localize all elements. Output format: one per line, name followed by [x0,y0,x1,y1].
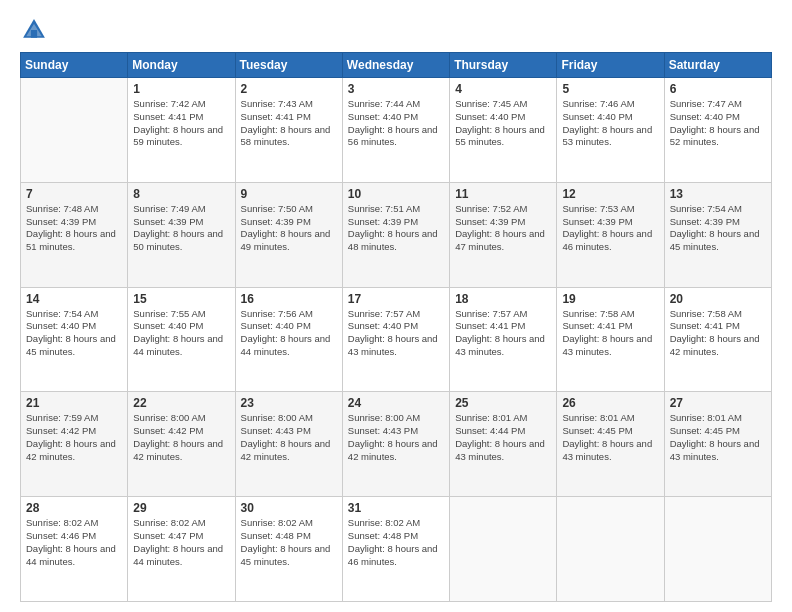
calendar-cell-4-4: 24Sunrise: 8:00 AMSunset: 4:43 PMDayligh… [342,392,449,497]
weekday-header-row: SundayMondayTuesdayWednesdayThursdayFrid… [21,53,772,78]
day-info: Sunrise: 7:54 AMSunset: 4:40 PMDaylight:… [26,308,122,359]
calendar-cell-3-3: 16Sunrise: 7:56 AMSunset: 4:40 PMDayligh… [235,287,342,392]
day-info: Sunrise: 7:43 AMSunset: 4:41 PMDaylight:… [241,98,337,149]
calendar-cell-2-1: 7Sunrise: 7:48 AMSunset: 4:39 PMDaylight… [21,182,128,287]
day-number: 8 [133,187,229,201]
calendar-cell-2-3: 9Sunrise: 7:50 AMSunset: 4:39 PMDaylight… [235,182,342,287]
calendar-cell-5-2: 29Sunrise: 8:02 AMSunset: 4:47 PMDayligh… [128,497,235,602]
day-info: Sunrise: 8:02 AMSunset: 4:48 PMDaylight:… [348,517,444,568]
day-info: Sunrise: 7:52 AMSunset: 4:39 PMDaylight:… [455,203,551,254]
calendar-cell-2-5: 11Sunrise: 7:52 AMSunset: 4:39 PMDayligh… [450,182,557,287]
calendar-cell-5-7 [664,497,771,602]
day-number: 17 [348,292,444,306]
calendar-table: SundayMondayTuesdayWednesdayThursdayFrid… [20,52,772,602]
calendar-cell-1-4: 3Sunrise: 7:44 AMSunset: 4:40 PMDaylight… [342,78,449,183]
day-number: 19 [562,292,658,306]
day-info: Sunrise: 7:48 AMSunset: 4:39 PMDaylight:… [26,203,122,254]
day-info: Sunrise: 7:50 AMSunset: 4:39 PMDaylight:… [241,203,337,254]
weekday-header-monday: Monday [128,53,235,78]
day-number: 24 [348,396,444,410]
calendar-cell-2-6: 12Sunrise: 7:53 AMSunset: 4:39 PMDayligh… [557,182,664,287]
calendar-cell-2-4: 10Sunrise: 7:51 AMSunset: 4:39 PMDayligh… [342,182,449,287]
day-info: Sunrise: 7:47 AMSunset: 4:40 PMDaylight:… [670,98,766,149]
calendar-week-5: 28Sunrise: 8:02 AMSunset: 4:46 PMDayligh… [21,497,772,602]
calendar-cell-3-7: 20Sunrise: 7:58 AMSunset: 4:41 PMDayligh… [664,287,771,392]
day-info: Sunrise: 8:01 AMSunset: 4:44 PMDaylight:… [455,412,551,463]
day-info: Sunrise: 8:01 AMSunset: 4:45 PMDaylight:… [670,412,766,463]
day-info: Sunrise: 8:00 AMSunset: 4:43 PMDaylight:… [241,412,337,463]
calendar-cell-4-3: 23Sunrise: 8:00 AMSunset: 4:43 PMDayligh… [235,392,342,497]
weekday-header-thursday: Thursday [450,53,557,78]
calendar-week-4: 21Sunrise: 7:59 AMSunset: 4:42 PMDayligh… [21,392,772,497]
calendar-cell-5-1: 28Sunrise: 8:02 AMSunset: 4:46 PMDayligh… [21,497,128,602]
day-number: 30 [241,501,337,515]
calendar-cell-1-3: 2Sunrise: 7:43 AMSunset: 4:41 PMDaylight… [235,78,342,183]
day-number: 23 [241,396,337,410]
calendar-cell-4-1: 21Sunrise: 7:59 AMSunset: 4:42 PMDayligh… [21,392,128,497]
day-number: 3 [348,82,444,96]
calendar-cell-1-5: 4Sunrise: 7:45 AMSunset: 4:40 PMDaylight… [450,78,557,183]
day-number: 26 [562,396,658,410]
day-number: 31 [348,501,444,515]
logo-icon [20,16,48,44]
weekday-header-sunday: Sunday [21,53,128,78]
calendar-cell-5-6 [557,497,664,602]
calendar-cell-5-3: 30Sunrise: 8:02 AMSunset: 4:48 PMDayligh… [235,497,342,602]
day-info: Sunrise: 8:00 AMSunset: 4:42 PMDaylight:… [133,412,229,463]
weekday-header-saturday: Saturday [664,53,771,78]
day-number: 9 [241,187,337,201]
day-info: Sunrise: 7:59 AMSunset: 4:42 PMDaylight:… [26,412,122,463]
calendar-cell-1-2: 1Sunrise: 7:42 AMSunset: 4:41 PMDaylight… [128,78,235,183]
calendar-cell-1-7: 6Sunrise: 7:47 AMSunset: 4:40 PMDaylight… [664,78,771,183]
day-number: 18 [455,292,551,306]
calendar-cell-1-1 [21,78,128,183]
day-info: Sunrise: 7:42 AMSunset: 4:41 PMDaylight:… [133,98,229,149]
calendar-week-2: 7Sunrise: 7:48 AMSunset: 4:39 PMDaylight… [21,182,772,287]
calendar-cell-2-2: 8Sunrise: 7:49 AMSunset: 4:39 PMDaylight… [128,182,235,287]
weekday-header-wednesday: Wednesday [342,53,449,78]
header [20,16,772,44]
weekday-header-friday: Friday [557,53,664,78]
day-info: Sunrise: 8:00 AMSunset: 4:43 PMDaylight:… [348,412,444,463]
day-info: Sunrise: 7:54 AMSunset: 4:39 PMDaylight:… [670,203,766,254]
day-number: 22 [133,396,229,410]
calendar-cell-1-6: 5Sunrise: 7:46 AMSunset: 4:40 PMDaylight… [557,78,664,183]
day-number: 25 [455,396,551,410]
calendar-cell-4-7: 27Sunrise: 8:01 AMSunset: 4:45 PMDayligh… [664,392,771,497]
day-number: 14 [26,292,122,306]
day-number: 4 [455,82,551,96]
day-info: Sunrise: 8:02 AMSunset: 4:47 PMDaylight:… [133,517,229,568]
day-info: Sunrise: 7:56 AMSunset: 4:40 PMDaylight:… [241,308,337,359]
day-number: 28 [26,501,122,515]
day-info: Sunrise: 7:46 AMSunset: 4:40 PMDaylight:… [562,98,658,149]
calendar-cell-5-4: 31Sunrise: 8:02 AMSunset: 4:48 PMDayligh… [342,497,449,602]
calendar-cell-5-5 [450,497,557,602]
calendar-cell-4-5: 25Sunrise: 8:01 AMSunset: 4:44 PMDayligh… [450,392,557,497]
day-number: 2 [241,82,337,96]
day-number: 21 [26,396,122,410]
svg-rect-2 [31,30,37,38]
calendar-cell-2-7: 13Sunrise: 7:54 AMSunset: 4:39 PMDayligh… [664,182,771,287]
day-info: Sunrise: 7:58 AMSunset: 4:41 PMDaylight:… [670,308,766,359]
calendar-cell-3-1: 14Sunrise: 7:54 AMSunset: 4:40 PMDayligh… [21,287,128,392]
day-info: Sunrise: 7:51 AMSunset: 4:39 PMDaylight:… [348,203,444,254]
day-number: 12 [562,187,658,201]
page: SundayMondayTuesdayWednesdayThursdayFrid… [0,0,792,612]
day-info: Sunrise: 7:53 AMSunset: 4:39 PMDaylight:… [562,203,658,254]
day-number: 20 [670,292,766,306]
day-number: 27 [670,396,766,410]
calendar-week-1: 1Sunrise: 7:42 AMSunset: 4:41 PMDaylight… [21,78,772,183]
day-number: 16 [241,292,337,306]
day-info: Sunrise: 8:02 AMSunset: 4:46 PMDaylight:… [26,517,122,568]
day-info: Sunrise: 7:49 AMSunset: 4:39 PMDaylight:… [133,203,229,254]
calendar-cell-3-5: 18Sunrise: 7:57 AMSunset: 4:41 PMDayligh… [450,287,557,392]
day-info: Sunrise: 8:01 AMSunset: 4:45 PMDaylight:… [562,412,658,463]
day-number: 7 [26,187,122,201]
day-number: 10 [348,187,444,201]
calendar-cell-3-2: 15Sunrise: 7:55 AMSunset: 4:40 PMDayligh… [128,287,235,392]
day-number: 5 [562,82,658,96]
calendar-cell-4-2: 22Sunrise: 8:00 AMSunset: 4:42 PMDayligh… [128,392,235,497]
calendar-cell-3-4: 17Sunrise: 7:57 AMSunset: 4:40 PMDayligh… [342,287,449,392]
day-info: Sunrise: 7:44 AMSunset: 4:40 PMDaylight:… [348,98,444,149]
day-info: Sunrise: 7:57 AMSunset: 4:40 PMDaylight:… [348,308,444,359]
